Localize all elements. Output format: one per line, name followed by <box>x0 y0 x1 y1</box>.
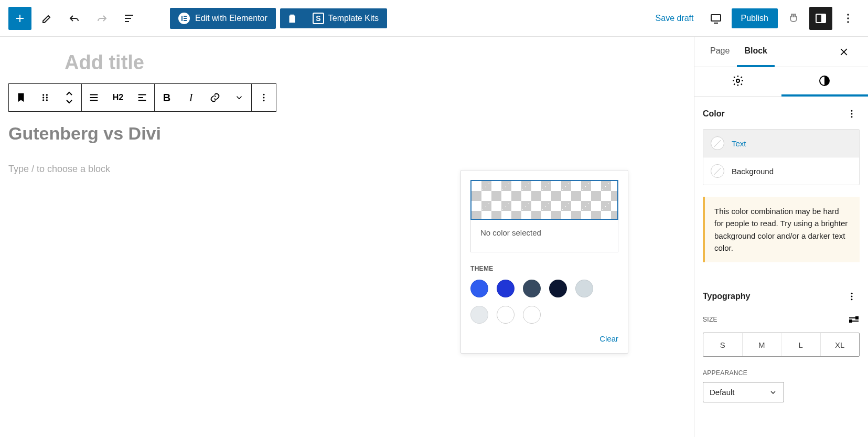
add-block-button[interactable] <box>8 7 31 30</box>
swatch-7[interactable] <box>523 306 541 324</box>
block-subtabs <box>694 67 868 97</box>
plus-icon <box>14 12 26 25</box>
publish-button[interactable]: Publish <box>732 8 778 28</box>
svg-point-22 <box>851 299 853 300</box>
redo-icon <box>95 12 108 25</box>
close-icon <box>839 47 849 57</box>
sidebar-tabs: Page Block <box>694 37 868 67</box>
style-kit-icon: S <box>313 13 324 24</box>
clear-color-button[interactable]: Clear <box>599 334 618 343</box>
swatch-2[interactable] <box>523 280 541 297</box>
svg-rect-23 <box>855 316 859 319</box>
close-sidebar-button[interactable] <box>839 41 860 62</box>
size-xl[interactable]: XL <box>820 333 860 356</box>
italic-button[interactable]: I <box>179 84 203 111</box>
svg-point-4 <box>847 17 849 19</box>
tab-page[interactable]: Page <box>703 37 737 67</box>
swatch-1[interactable] <box>497 280 515 297</box>
color-row-text[interactable]: Text <box>703 130 859 157</box>
settings-sidebar: Page Block Color Text <box>694 37 868 437</box>
swatch-5[interactable] <box>470 306 488 324</box>
template-kits-button[interactable]: S Template Kits <box>304 8 387 28</box>
svg-point-8 <box>42 97 44 98</box>
redo-button[interactable] <box>90 7 113 30</box>
move-updown-button[interactable] <box>57 84 81 111</box>
svg-point-10 <box>42 99 44 101</box>
svg-point-18 <box>851 113 853 115</box>
sliders-icon <box>848 316 860 323</box>
color-heading: Color <box>703 109 725 119</box>
template-kits-group: S Template Kits <box>280 8 387 28</box>
save-draft-button[interactable]: Save draft <box>649 9 700 27</box>
heading-block[interactable]: Gutenberg vs Divi <box>8 123 690 144</box>
clipboard-button[interactable] <box>280 8 304 28</box>
svg-point-5 <box>847 21 849 23</box>
plugin-icon <box>787 12 800 25</box>
typography-panel: Typography SIZE S M L XL APPEARANCE Defa… <box>694 279 868 404</box>
kebab-icon <box>259 92 269 103</box>
editor-canvas: Add title H2 B I Gutenberg vs Di <box>0 37 694 437</box>
svg-rect-24 <box>849 319 852 323</box>
typography-options-button[interactable] <box>844 289 860 304</box>
edit-with-elementor-button[interactable]: Edit with Elementor <box>170 8 276 29</box>
swatch-6[interactable] <box>497 306 515 324</box>
size-l[interactable]: L <box>781 333 820 356</box>
subtab-settings[interactable] <box>694 67 781 97</box>
view-button[interactable] <box>704 7 727 30</box>
gear-icon <box>732 74 744 87</box>
block-type-button[interactable] <box>9 84 33 111</box>
typography-heading: Typography <box>703 292 750 301</box>
more-rich-button[interactable] <box>227 84 251 111</box>
undo-button[interactable] <box>63 7 86 30</box>
theme-heading: THEME <box>470 265 618 272</box>
chevron-down-icon <box>769 388 777 397</box>
svg-rect-0 <box>711 15 721 21</box>
block-options-button[interactable] <box>252 84 276 111</box>
kebab-icon <box>846 109 857 119</box>
clipboard-icon <box>286 13 298 24</box>
plugin-button[interactable] <box>782 7 805 30</box>
color-panel: Color Text Background This color combina… <box>694 97 868 279</box>
size-settings-button[interactable] <box>848 312 860 327</box>
svg-point-11 <box>46 99 48 101</box>
size-m[interactable]: M <box>742 333 781 356</box>
svg-point-17 <box>851 110 853 112</box>
kebab-icon <box>842 12 854 25</box>
template-kits-label: Template Kits <box>328 14 379 23</box>
heading-level-button[interactable]: H2 <box>106 84 130 111</box>
kebab-icon <box>846 291 857 302</box>
edit-tool-button[interactable] <box>36 7 59 30</box>
contrast-notice: This color combination may be hard for p… <box>703 197 860 262</box>
svg-point-21 <box>851 296 853 297</box>
size-s[interactable]: S <box>703 333 742 356</box>
more-options-button[interactable] <box>837 7 860 30</box>
svg-point-15 <box>736 79 740 82</box>
text-align-button[interactable] <box>130 84 154 111</box>
svg-point-20 <box>851 293 853 294</box>
undo-icon <box>68 12 81 25</box>
align-button[interactable] <box>82 84 106 111</box>
bookmark-icon <box>15 92 27 103</box>
title-placeholder[interactable]: Add title <box>65 51 690 74</box>
appearance-value: Default <box>710 388 735 397</box>
link-button[interactable] <box>203 84 227 111</box>
swatch-0[interactable] <box>470 280 488 297</box>
size-label: SIZE <box>703 316 717 323</box>
document-overview-button[interactable] <box>117 7 141 30</box>
drag-handle[interactable] <box>33 84 57 111</box>
appearance-label: APPEARANCE <box>703 369 860 377</box>
color-preview[interactable] <box>470 180 618 220</box>
tab-block[interactable]: Block <box>737 37 775 67</box>
contrast-icon <box>818 74 831 87</box>
settings-panel-toggle[interactable] <box>809 7 832 30</box>
color-options-button[interactable] <box>844 106 860 122</box>
block-toolbar: H2 B I <box>8 83 276 112</box>
text-align-icon <box>136 92 148 103</box>
appearance-select[interactable]: Default <box>703 382 784 402</box>
swatch-3[interactable] <box>549 280 567 297</box>
svg-point-12 <box>263 94 265 95</box>
bold-button[interactable]: B <box>155 84 179 111</box>
color-row-background[interactable]: Background <box>703 157 859 185</box>
swatch-4[interactable] <box>575 280 593 297</box>
subtab-styles[interactable] <box>781 67 869 97</box>
